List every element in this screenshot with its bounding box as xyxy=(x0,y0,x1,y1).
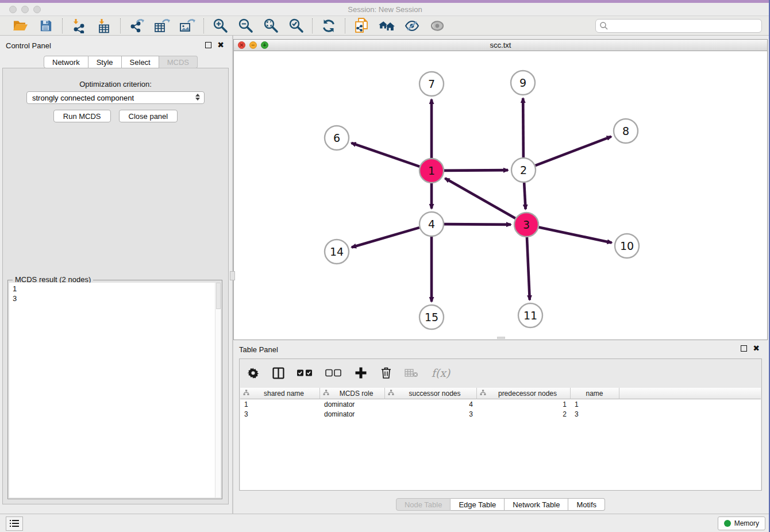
close-panel-button[interactable]: Close panel xyxy=(119,110,178,122)
criterion-select[interactable]: strongly connected component xyxy=(26,91,205,104)
zoom-in-icon[interactable] xyxy=(212,18,228,34)
splitter-handle[interactable] xyxy=(230,271,235,280)
duplicate-network-icon[interactable] xyxy=(353,18,369,34)
close-table-panel-icon[interactable]: ✖ xyxy=(753,345,760,352)
save-session-icon[interactable] xyxy=(38,18,54,34)
search-icon xyxy=(599,21,609,33)
table-cell[interactable]: 3 xyxy=(571,409,619,419)
column-header-predecessor-nodes[interactable]: predecessor nodes xyxy=(477,388,571,399)
tab-network[interactable]: Network xyxy=(44,56,88,68)
home-layout-icon[interactable] xyxy=(379,18,395,34)
mcds-result-scrollbar[interactable] xyxy=(215,283,221,498)
search-input[interactable] xyxy=(595,19,762,33)
table-cell[interactable]: 1 xyxy=(240,399,320,409)
graph-node-label-10: 10 xyxy=(620,240,634,252)
run-mcds-button[interactable]: Run MCDS xyxy=(53,110,111,122)
column-header-successor-nodes[interactable]: successor nodes xyxy=(385,388,477,399)
import-network-icon[interactable] xyxy=(71,18,87,34)
table-cell[interactable]: dominator xyxy=(320,409,385,419)
export-image-icon[interactable] xyxy=(179,18,195,34)
graph-edge-1-2[interactable] xyxy=(444,170,508,171)
open-session-icon[interactable] xyxy=(13,18,29,34)
table-tabs: Node TableEdge TableNetwork TableMotifs xyxy=(233,498,768,511)
main-toolbar xyxy=(0,16,770,36)
table-cell[interactable]: 3 xyxy=(385,409,477,419)
add-row-icon[interactable] xyxy=(353,365,368,380)
control-panel: Control Panel ✖ NetworkStyleSelectMCDS O… xyxy=(0,36,232,514)
table-row-0[interactable]: 1dominator411 xyxy=(240,399,761,409)
zoom-selected-icon[interactable] xyxy=(288,18,304,34)
graph-node-label-14: 14 xyxy=(330,245,344,258)
column-header-name[interactable]: name xyxy=(571,388,619,399)
graph-edge-3-1[interactable] xyxy=(445,178,515,218)
table-cell[interactable]: 2 xyxy=(477,409,571,419)
hierarchy-icon xyxy=(243,390,249,398)
deselect-all-icon[interactable] xyxy=(325,365,343,380)
select-all-icon[interactable] xyxy=(296,365,314,380)
graph-node-label-8: 8 xyxy=(622,125,629,137)
zoom-out-icon[interactable] xyxy=(237,18,253,34)
graph-edge-1-6[interactable] xyxy=(352,143,420,167)
hierarchy-icon xyxy=(480,390,486,398)
table-toolbar: f(x) xyxy=(245,364,452,382)
close-panel-icon[interactable]: ✖ xyxy=(217,42,224,48)
session-title: Session: New Session xyxy=(0,5,770,14)
graph-edge-2-3[interactable] xyxy=(524,183,525,209)
table-row-1[interactable]: 3dominator323 xyxy=(240,409,761,419)
tab-select[interactable]: Select xyxy=(122,56,159,68)
export-network-icon[interactable] xyxy=(129,18,145,34)
table-tab-edge-table[interactable]: Edge Table xyxy=(451,498,505,511)
float-panel-icon[interactable] xyxy=(205,42,211,48)
delete-row-icon[interactable] xyxy=(379,365,394,380)
graph-edge-2-9[interactable] xyxy=(523,98,523,157)
float-table-panel-icon[interactable] xyxy=(741,345,747,352)
table-cell[interactable]: dominator xyxy=(320,399,385,409)
table-panel-inner: f(x) shared nameMCDS rolesuccessor nodes… xyxy=(239,358,762,491)
table-cell[interactable]: 3 xyxy=(240,409,320,419)
network-window-titlebar[interactable]: ✕ − + scc.txt xyxy=(234,40,767,51)
import-table-icon[interactable] xyxy=(96,18,112,34)
table-cell[interactable]: 1 xyxy=(477,399,571,409)
canvas-resize-grip[interactable] xyxy=(497,337,505,339)
graph-node-label-2: 2 xyxy=(520,164,527,176)
refresh-icon[interactable] xyxy=(321,18,337,34)
graph-edge-4-3[interactable] xyxy=(444,224,511,225)
table-tab-node-table[interactable]: Node Table xyxy=(396,498,451,511)
task-history-button[interactable] xyxy=(6,516,23,531)
table-tab-network-table[interactable]: Network Table xyxy=(505,498,568,511)
zoom-fit-icon[interactable] xyxy=(263,18,279,34)
column-header-MCDS-role[interactable]: MCDS role xyxy=(320,388,385,399)
column-header-shared-name[interactable]: shared name xyxy=(240,388,320,399)
hierarchy-icon xyxy=(388,390,394,398)
graph-edge-3-10[interactable] xyxy=(539,228,612,243)
graph-edge-3-11[interactable] xyxy=(527,237,530,300)
tab-mcds[interactable]: MCDS xyxy=(159,56,198,68)
optimization-criterion-label: Optimization criterion: xyxy=(3,80,228,88)
table-tab-motifs[interactable]: Motifs xyxy=(568,498,605,511)
desktop-top-strip xyxy=(0,0,770,3)
export-table-icon[interactable] xyxy=(154,18,170,34)
memory-button[interactable]: Memory xyxy=(718,516,765,530)
table-panel-title: Table Panel xyxy=(239,345,278,354)
table-cell[interactable]: 1 xyxy=(571,399,619,409)
show-column-icon[interactable] xyxy=(271,365,286,380)
network-canvas[interactable]: 7968124314101511 xyxy=(234,51,767,340)
table-cell[interactable]: 4 xyxy=(385,399,477,409)
graph-node-label-3: 3 xyxy=(523,218,530,231)
hierarchy-icon xyxy=(323,390,329,398)
delete-table-icon xyxy=(404,365,419,380)
mcds-result-text[interactable]: 1 3 xyxy=(9,283,215,498)
graph-edge-2-8[interactable] xyxy=(536,137,611,166)
select-stepper-icon xyxy=(195,94,200,101)
eye-icon[interactable] xyxy=(429,18,445,34)
table-panel: Table Panel ✖ xyxy=(233,342,768,514)
table-settings-icon[interactable] xyxy=(245,365,260,380)
graph-node-label-4: 4 xyxy=(428,218,435,230)
tab-style[interactable]: Style xyxy=(88,56,122,68)
eye-slash-icon[interactable] xyxy=(404,18,420,34)
control-panel-title: Control Panel xyxy=(6,41,51,50)
graph-edge-4-14[interactable] xyxy=(352,228,419,247)
graph-node-label-7: 7 xyxy=(428,78,435,90)
function-builder-icon: f(x) xyxy=(429,365,452,380)
criterion-value: strongly connected component xyxy=(32,94,134,102)
